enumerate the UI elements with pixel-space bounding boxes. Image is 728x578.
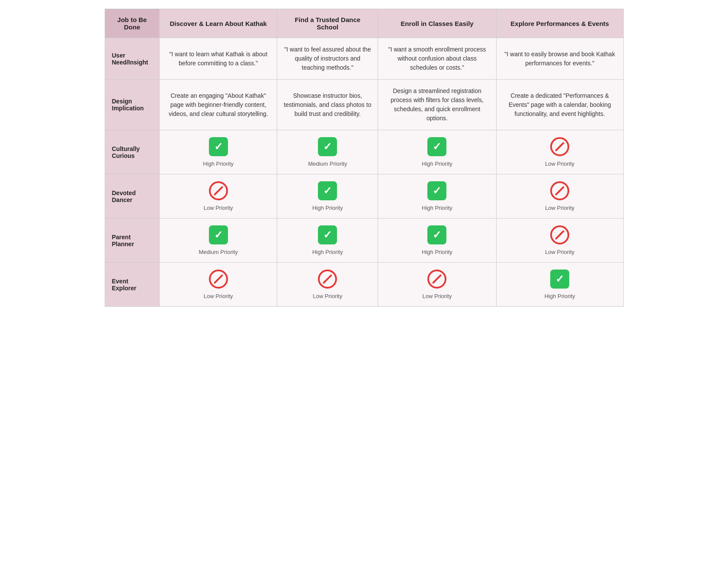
priority-label: Low Priority [422, 293, 452, 299]
table-row: Devoted DancerLow Priority✓High Priority… [105, 174, 623, 218]
priority-icon-wrap: ✓Medium Priority [166, 225, 271, 255]
no-icon [550, 225, 569, 244]
priority-label: High Priority [312, 249, 343, 255]
check-icon: ✓ [209, 137, 228, 156]
row-label-4: Parent Planner [105, 218, 159, 263]
col-header-3: Enroll in Classes Easily [378, 9, 497, 38]
row-label-5: Event Explorer [105, 263, 159, 307]
table-row: Design ImplicationCreate an engaging "Ab… [105, 80, 623, 130]
cell-0-1: "I want to feel assured about the qualit… [277, 38, 378, 80]
cell-3-0: Low Priority [159, 174, 277, 218]
cell-2-2: ✓High Priority [378, 130, 497, 174]
priority-label: High Priority [545, 293, 575, 299]
priority-icon-wrap: Low Priority [503, 137, 617, 167]
check-icon: ✓ [318, 137, 337, 156]
priority-icon-wrap: ✓High Priority [283, 181, 372, 211]
table-row: Event ExplorerLow PriorityLow PriorityLo… [105, 263, 623, 307]
priority-label: High Priority [422, 249, 452, 255]
cell-2-1: ✓Medium Priority [277, 130, 378, 174]
priority-label: Low Priority [204, 205, 233, 211]
priority-icon-wrap: Low Priority [166, 270, 271, 299]
priority-icon-wrap: ✓High Priority [166, 137, 271, 167]
cell-1-3: Create a dedicated "Performances & Event… [496, 80, 623, 130]
priority-label: Low Priority [545, 249, 574, 255]
priority-label: Low Priority [545, 205, 574, 211]
check-icon: ✓ [427, 225, 446, 244]
priority-label: High Priority [422, 205, 452, 211]
no-icon [318, 270, 337, 289]
check-icon: ✓ [209, 225, 228, 244]
priority-label: Medium Priority [308, 161, 347, 167]
no-icon [550, 181, 569, 200]
priority-label: High Priority [312, 205, 343, 211]
priority-label: Low Priority [204, 293, 233, 299]
priority-icon-wrap: Low Priority [503, 225, 617, 255]
priority-icon-wrap: ✓High Priority [384, 225, 490, 255]
cell-3-1: ✓High Priority [277, 174, 378, 218]
check-icon: ✓ [427, 181, 446, 200]
cell-0-2: "I want a smooth enrollment process with… [378, 38, 497, 80]
priority-icon-wrap: ✓High Priority [384, 181, 490, 211]
priority-icon-wrap: Low Priority [384, 270, 490, 299]
row-label-2: Culturally Curious [105, 130, 159, 174]
cell-5-2: Low Priority [378, 263, 497, 307]
cell-3-2: ✓High Priority [378, 174, 497, 218]
col-header-1: Discover & Learn About Kathak [159, 9, 277, 38]
check-icon: ✓ [318, 181, 337, 200]
check-icon: ✓ [427, 137, 446, 156]
priority-icon-wrap: ✓Medium Priority [283, 137, 372, 167]
priority-icon-wrap: ✓High Priority [283, 225, 372, 255]
row-label-1: Design Implication [105, 80, 159, 130]
cell-0-0: "I want to learn what Kathak is about be… [159, 38, 277, 80]
check-icon: ✓ [318, 225, 337, 244]
col-header-2: Find a Trusted Dance School [277, 9, 378, 38]
priority-label: High Priority [422, 161, 452, 167]
row-label-3: Devoted Dancer [105, 174, 159, 218]
check-icon: ✓ [550, 270, 569, 289]
priority-icon-wrap: Low Priority [283, 270, 372, 299]
col-header-4: Explore Performances & Events [496, 9, 623, 38]
priority-icon-wrap: ✓High Priority [503, 270, 617, 299]
priority-label: Low Priority [313, 293, 342, 299]
no-icon [209, 181, 228, 200]
priority-label: Medium Priority [199, 249, 238, 255]
cell-3-3: Low Priority [496, 174, 623, 218]
table-row: Culturally Curious✓High Priority✓Medium … [105, 130, 623, 174]
cell-1-2: Design a streamlined registration proces… [378, 80, 497, 130]
cell-4-0: ✓Medium Priority [159, 218, 277, 263]
cell-5-1: Low Priority [277, 263, 378, 307]
header-row: Job to Be Done Discover & Learn About Ka… [105, 9, 623, 38]
priority-label: High Priority [203, 161, 234, 167]
no-icon [550, 137, 569, 156]
cell-1-0: Create an engaging "About Kathak" page w… [159, 80, 277, 130]
cell-2-3: Low Priority [496, 130, 623, 174]
table-row: Parent Planner✓Medium Priority✓High Prio… [105, 218, 623, 263]
cell-0-3: "I want to easily browse and book Kathak… [496, 38, 623, 80]
cell-5-3: ✓High Priority [496, 263, 623, 307]
priority-icon-wrap: Low Priority [166, 181, 271, 211]
cell-2-0: ✓High Priority [159, 130, 277, 174]
priority-icon-wrap: ✓High Priority [384, 137, 490, 167]
cell-1-1: Showcase instructor bios, testimonials, … [277, 80, 378, 130]
no-icon [427, 270, 446, 289]
main-table-wrapper: Job to Be Done Discover & Learn About Ka… [105, 9, 624, 307]
cell-4-3: Low Priority [496, 218, 623, 263]
row-label-0: User Need/Insight [105, 38, 159, 80]
cell-5-0: Low Priority [159, 263, 277, 307]
priority-label: Low Priority [545, 161, 574, 167]
cell-4-2: ✓High Priority [378, 218, 497, 263]
priority-matrix-table: Job to Be Done Discover & Learn About Ka… [105, 9, 624, 307]
priority-icon-wrap: Low Priority [503, 181, 617, 211]
col-header-0: Job to Be Done [105, 9, 159, 38]
table-row: User Need/Insight"I want to learn what K… [105, 38, 623, 80]
cell-4-1: ✓High Priority [277, 218, 378, 263]
no-icon [209, 270, 228, 289]
